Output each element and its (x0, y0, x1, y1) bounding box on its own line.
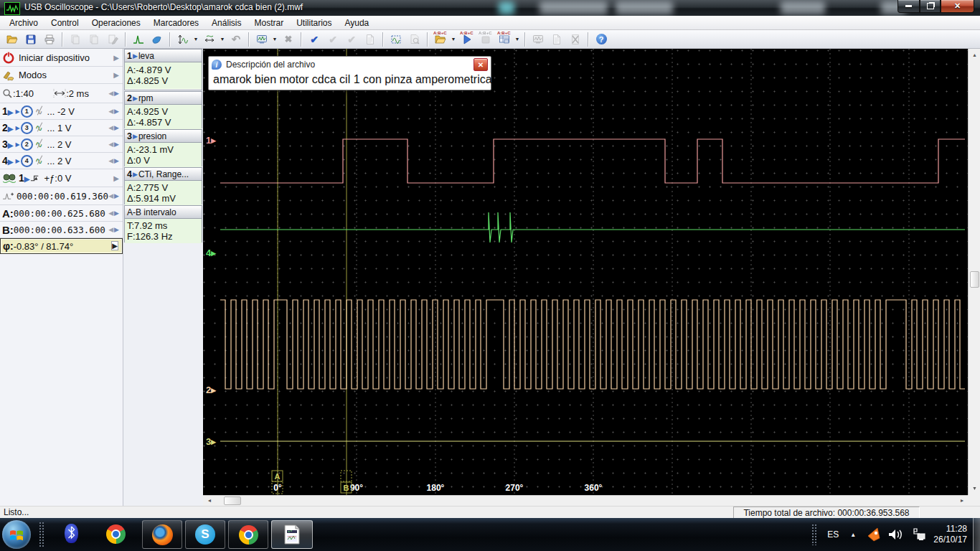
scroll-left-button[interactable]: ▲ (204, 496, 213, 506)
waveform-rpm (220, 300, 965, 389)
menu-item-utilitarios[interactable]: Utilitarios (290, 17, 338, 29)
channel-stepper[interactable]: ◀▶ (108, 157, 120, 164)
marker-a-stepper[interactable]: ◀▶ (108, 209, 120, 217)
open-file-button[interactable] (4, 31, 21, 48)
readout-ab-interval[interactable]: A-B intervalo T:7.92 msF:126.3 Hz (124, 205, 202, 242)
channel-4-settings[interactable]: 4▶ ▶ 4 ∿ ... 2 V ◀▶ (0, 153, 123, 169)
show-desktop-button[interactable] (973, 518, 980, 551)
readout-cti[interactable]: 4▶CTi, Range... A:2.775 VΔ:5.914 mV (124, 167, 202, 204)
check-gray-icon: ✔ (329, 34, 337, 44)
scroll-up-button[interactable]: ▲ (969, 50, 980, 60)
readout-presion[interactable]: 3▶presion A:-23.1 mVΔ:0 V (124, 129, 202, 166)
arrow-up-icon: ▲ (972, 52, 977, 57)
menu-item-archivo[interactable]: Archivo (3, 17, 44, 29)
cursor-time-stepper[interactable]: ◀▶ (108, 192, 120, 199)
scrollbar-corner (968, 495, 980, 506)
abc-run-button[interactable]: A:B+C (458, 31, 476, 48)
close-button[interactable]: ✕ (941, 0, 974, 13)
tray-clock[interactable]: 11:28 26/10/17 (933, 524, 967, 545)
readout-rpm[interactable]: 2▶rpm A:4.925 VΔ:-4.857 V (124, 91, 202, 128)
phase-row[interactable]: φ: -0.83° / 81.74° ▶ (0, 238, 123, 254)
channel-stepper[interactable]: ◀▶ (108, 141, 120, 148)
pages-icon (70, 34, 81, 45)
modes-button[interactable]: Modos ▶ (0, 67, 123, 84)
chrome-launcher[interactable] (106, 524, 126, 544)
abc-table-dropdown[interactable]: ▼ (514, 32, 521, 47)
clock-time: 11:28 (933, 524, 967, 534)
table-icon (499, 34, 510, 45)
coupling-wave-icon: ∿ (35, 156, 43, 166)
language-indicator[interactable]: ES (827, 529, 839, 540)
marker-add-button[interactable] (149, 31, 166, 48)
cursor-time-row[interactable]: 000:00:00.619.360 ◀▶ (0, 187, 123, 205)
check-gray-icon: ✔ (347, 34, 356, 44)
channel-2-settings[interactable]: 2▶ ▶ 3 ∿ ... 1 V ◀▶ (0, 120, 123, 136)
channel-stepper[interactable]: ◀▶ (108, 108, 120, 115)
menu-item-analisis[interactable]: Análisis (205, 17, 248, 29)
select-region-button[interactable] (387, 31, 405, 48)
menu-item-operaciones[interactable]: Operaciones (85, 17, 147, 29)
confirm-button[interactable]: ✔ (306, 31, 323, 48)
bluetooth-launcher[interactable] (65, 524, 78, 543)
readout-leva[interactable]: 1▶leva A:-4.879 VΔ:4.825 V (124, 49, 202, 90)
timebase-value[interactable]: :2 ms (66, 88, 89, 99)
x-page-icon (570, 34, 581, 45)
taskbar-chrome-window[interactable] (228, 520, 268, 549)
menu-item-mostrar[interactable]: Mostrar (248, 17, 290, 29)
map-arrow-icon: ▶ (16, 125, 20, 131)
horizontal-scroll-thumb[interactable] (224, 496, 241, 505)
taskbar-oscilloscope-active[interactable] (271, 520, 313, 549)
taskbar-firefox[interactable] (142, 520, 182, 549)
scroll-right-button[interactable]: ▲ (958, 496, 967, 506)
marker-b-stepper[interactable]: ◀▶ (108, 226, 120, 233)
restore-button[interactable] (920, 0, 941, 13)
avast-tray-icon[interactable] (866, 527, 882, 542)
copy-wave-button (85, 31, 103, 48)
probe-map-number: 4 (21, 155, 33, 167)
tray-expand-icon[interactable]: ▲ (850, 532, 856, 538)
copy-page-button (67, 31, 84, 48)
popup-close-button[interactable]: ✕ (473, 58, 488, 71)
trigger-row[interactable]: 1▶ +ƒ:0 V ▶ (0, 169, 123, 187)
volume-icon[interactable] (887, 527, 903, 542)
file-description-popup: i Descripción del archivo ✕ amarok bien … (208, 56, 491, 90)
horizontal-scrollbar[interactable]: ▲ ▲ (203, 495, 968, 506)
vertical-scroll-thumb[interactable] (970, 271, 979, 288)
zoom-ratio[interactable]: :1:40 (13, 88, 34, 99)
network-icon[interactable] (909, 527, 926, 542)
marker-b-row[interactable]: B: 000:00:00.633.600 ◀▶ (0, 222, 123, 238)
help-button[interactable]: ? (593, 31, 610, 48)
abc-table-button[interactable]: A:B+C (496, 31, 513, 48)
red-x-icon: ✖ (285, 34, 293, 44)
display-options-dropdown[interactable]: ▼ (271, 32, 278, 47)
zoom-time-button[interactable] (201, 31, 218, 48)
vertical-scrollbar[interactable]: ▲ ▲ (968, 49, 980, 495)
zoom-time-dropdown[interactable]: ▼ (219, 32, 226, 47)
menu-item-ayuda[interactable]: Ayuda (338, 17, 375, 29)
menu-item-marcadores[interactable]: Marcadores (147, 17, 205, 29)
impulse-view-button[interactable] (130, 31, 147, 48)
rising-edge-icon (30, 174, 41, 182)
marker-a-row[interactable]: A: 000:00:00.625.680 ◀▶ (0, 205, 123, 222)
print-button[interactable] (41, 31, 58, 48)
menu-item-control[interactable]: Control (44, 17, 85, 29)
zoom-amplitude-dropdown[interactable]: ▼ (192, 32, 199, 47)
oscilloscope-doc-icon (283, 524, 301, 545)
abc-open-button[interactable]: A:B+C (432, 31, 449, 48)
tray-grip[interactable] (811, 524, 817, 545)
channel-1-settings[interactable]: 1▶ ▶ 1 ∿ ... -2 V ◀▶ (0, 103, 123, 120)
scope-grid[interactable]: 1▸2▸3▸4▸0°90°180°270°360°AB i Descripció… (203, 49, 968, 495)
display-options-button[interactable] (253, 31, 270, 48)
taskbar-skype[interactable]: S (185, 520, 225, 549)
scroll-down-button[interactable]: ▲ (969, 484, 980, 494)
channel-3-settings[interactable]: 3▶ ▶ 2 ∿ ... 2 V ◀▶ (0, 136, 123, 153)
channel-stepper[interactable]: ◀▶ (108, 124, 120, 131)
abc-open-dropdown[interactable]: ▼ (450, 32, 457, 47)
timebase-stepper[interactable]: ◀▶ (108, 90, 120, 97)
zoom-amplitude-button[interactable] (174, 31, 192, 48)
channel-range: ... 1 V (47, 123, 72, 133)
start-button[interactable] (2, 520, 31, 549)
save-file-button[interactable] (22, 31, 39, 48)
minimize-button[interactable] (897, 0, 920, 13)
start-device-button[interactable]: Iniciar dispositivo ▶ (0, 49, 123, 67)
